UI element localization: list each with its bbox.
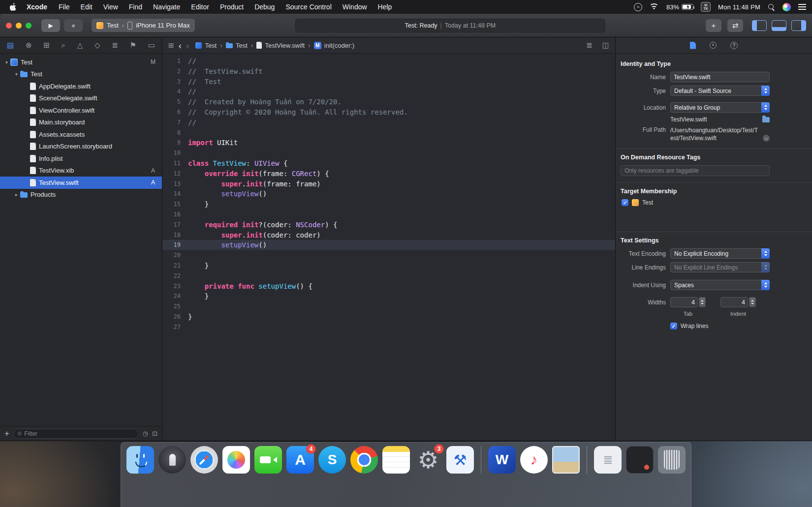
code-line-21[interactable]: 21 } (162, 261, 615, 271)
dock-photos-icon[interactable] (222, 446, 250, 474)
add-editor-split-icon[interactable]: ◫ (602, 41, 609, 50)
line-number[interactable]: 19 (162, 240, 188, 250)
editor-swap-button[interactable]: ⇄ (727, 19, 743, 32)
line-number[interactable]: 7 (162, 118, 188, 128)
code-line-14[interactable]: 14 setupView() (162, 189, 615, 199)
dock-safari-icon[interactable] (190, 446, 218, 474)
line-number[interactable]: 26 (162, 312, 188, 322)
line-number[interactable]: 20 (162, 250, 188, 261)
dock-word-icon[interactable]: W (488, 446, 516, 474)
stop-button[interactable]: ■ (64, 19, 83, 32)
line-number[interactable]: 24 (162, 291, 188, 301)
source-control-navigator-icon[interactable]: ⊗ (26, 41, 32, 50)
code-line-10[interactable]: 10 (162, 148, 615, 158)
code-line-19[interactable]: 19 setupView() (162, 240, 615, 250)
zoom-button[interactable] (26, 23, 31, 29)
menu-window[interactable]: Window (337, 3, 373, 11)
tree-row-folder-products[interactable]: ▸Products (0, 189, 162, 201)
dock-skype-icon[interactable]: S (318, 446, 346, 474)
dock-documents-stack-icon[interactable]: ≣ (594, 446, 622, 474)
tree-row-file-scenedelegate-swift[interactable]: SceneDelegate.swift (0, 92, 162, 105)
dock-dark-stack-icon[interactable] (626, 446, 654, 474)
line-number[interactable]: 16 (162, 209, 188, 220)
dock-facetime-icon[interactable] (254, 446, 282, 474)
line-number[interactable]: 27 (162, 322, 188, 332)
adjust-editor-icon[interactable]: ≣ (586, 41, 593, 50)
wrap-lines-row[interactable]: Wrap lines (670, 323, 770, 329)
menu-app-name[interactable]: Xcode (21, 3, 53, 11)
type-dropdown[interactable]: Default - Swift Source (670, 86, 770, 96)
line-number[interactable]: 8 (162, 128, 188, 138)
tree-row-file-testview-swift[interactable]: TestView.swiftA (0, 177, 162, 189)
code-line-26[interactable]: 26} (162, 312, 615, 322)
line-number[interactable]: 4 (162, 87, 188, 97)
name-field[interactable] (670, 72, 770, 82)
input-source-icon[interactable]: VI TX (701, 2, 711, 12)
line-number[interactable]: 11 (162, 158, 188, 169)
code-line-18[interactable]: 18 super.init(coder: coder) (162, 230, 615, 240)
code-line-6[interactable]: 6// Copyright © 2020 Hoàng Tuấn. All rig… (162, 107, 615, 118)
tree-row-project-test[interactable]: ▾TestM (0, 56, 162, 68)
disclosure-icon[interactable]: ▾ (13, 71, 20, 77)
toggle-debug-area-button[interactable] (772, 20, 786, 31)
line-endings-dropdown[interactable]: No Explicit Line Endings (670, 262, 770, 272)
indent-using-dropdown[interactable]: Spaces (670, 280, 770, 290)
tree-row-file-assets-xcassets[interactable]: Assets.xcassets (0, 128, 162, 141)
code-line-1[interactable]: 1// (162, 56, 615, 66)
menu-file[interactable]: File (53, 3, 75, 11)
scheme-selector[interactable]: Test › iPhone 11 Pro Max (92, 19, 195, 32)
dock-finder-icon[interactable] (126, 446, 154, 474)
code-line-11[interactable]: 11class TestView: UIView { (162, 158, 615, 169)
location-dropdown[interactable]: Relative to Group (670, 102, 770, 113)
line-number[interactable]: 12 (162, 169, 188, 179)
code-line-17[interactable]: 17 required init?(coder: NSCoder) { (162, 220, 615, 230)
line-number[interactable]: 25 (162, 301, 188, 312)
crumb-testview-swift[interactable]: TestView.swift (256, 42, 305, 49)
code-line-5[interactable]: 5// Created by Hoàng Tuấn on 7/20/20. (162, 97, 615, 107)
menu-help[interactable]: Help (373, 3, 398, 11)
line-number[interactable]: 2 (162, 66, 188, 77)
notification-list-icon[interactable] (798, 4, 806, 10)
tree-row-file-appdelegate-swift[interactable]: AppDelegate.swift (0, 80, 162, 92)
menu-navigate[interactable]: Navigate (148, 3, 186, 11)
filter-field[interactable]: ⊙ (13, 429, 139, 439)
choose-folder-icon[interactable] (762, 117, 770, 122)
forward-button[interactable]: › (186, 41, 189, 50)
text-encoding-dropdown[interactable]: No Explicit Encoding (670, 248, 770, 259)
line-number[interactable]: 5 (162, 97, 188, 107)
crumb-init-coder[interactable]: Minit(coder:) (314, 42, 354, 49)
crumb-test[interactable]: Test (226, 42, 248, 49)
code-line-12[interactable]: 12 override init(frame: CGRect) { (162, 169, 615, 179)
library-add-button[interactable]: + (706, 19, 721, 32)
code-line-25[interactable]: 25 (162, 301, 615, 312)
line-number[interactable]: 22 (162, 271, 188, 281)
apple-menu[interactable] (6, 3, 21, 11)
menu-editor[interactable]: Editor (186, 3, 215, 11)
line-number[interactable]: 23 (162, 281, 188, 292)
tab-width-field[interactable] (670, 297, 698, 307)
report-navigator-icon[interactable]: ▭ (148, 41, 155, 50)
tree-row-file-viewcontroller-swift[interactable]: ViewController.swift (0, 104, 162, 117)
indent-width-field[interactable] (720, 297, 748, 307)
tree-row-file-info-plist[interactable]: Info.plist (0, 152, 162, 165)
tree-row-file-main-storyboard[interactable]: Main.storyboard (0, 117, 162, 129)
dock-photo-file-icon[interactable] (552, 446, 580, 474)
tree-row-folder-test[interactable]: ▾Test (0, 68, 162, 81)
code-line-23[interactable]: 23 private func setupView() { (162, 281, 615, 292)
breakpoint-navigator-icon[interactable]: ⚑ (130, 41, 136, 50)
siri-icon[interactable] (782, 3, 791, 11)
add-file-button[interactable]: + (4, 429, 9, 439)
code-line-22[interactable]: 22 (162, 271, 615, 281)
recent-files-icon[interactable]: ◷ (143, 430, 148, 437)
dock-app-store-icon[interactable]: A4 (286, 446, 314, 474)
code-line-20[interactable]: 20 (162, 250, 615, 261)
related-items-icon[interactable]: ⊞ (168, 41, 174, 49)
scm-status-filter-icon[interactable]: ⊡ (152, 430, 157, 437)
back-button[interactable]: ‹ (179, 41, 182, 50)
line-number[interactable]: 18 (162, 230, 188, 240)
dock-music-icon[interactable]: ♪ (520, 446, 548, 474)
dock-system-preferences-icon[interactable]: ⚙3 (414, 446, 442, 474)
tree-row-file-launchscreen-storyboard[interactable]: LaunchScreen.storyboard (0, 141, 162, 153)
indent-width-stepper[interactable] (749, 297, 756, 307)
file-inspector-tab[interactable] (690, 42, 696, 49)
